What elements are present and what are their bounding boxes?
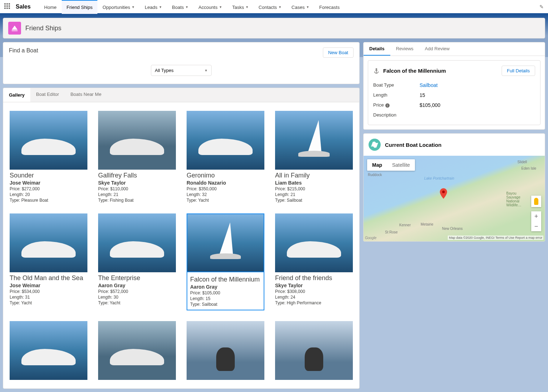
nav-tab-cases[interactable]: Cases▼ <box>286 0 314 14</box>
boat-length: Length: 20 <box>10 192 87 197</box>
nav-tab-home[interactable]: Home <box>39 0 62 14</box>
boat-price: Price: $110,000 <box>98 186 176 191</box>
map-attribution: Map data ©2020 Google, INEGI Terms of Us… <box>448 236 543 240</box>
map-type-satellite[interactable]: Satellite <box>387 159 415 171</box>
page-title: Friend Ships <box>25 25 61 32</box>
new-boat-button[interactable]: New Boat <box>323 47 354 58</box>
field-label-description: Description <box>373 112 420 118</box>
boat-image <box>98 111 176 170</box>
nav-tab-contacts[interactable]: Contacts▼ <box>254 0 286 14</box>
chevron-down-icon: ▼ <box>204 69 208 72</box>
boat-tile[interactable] <box>275 321 353 380</box>
nav-tab-tasks[interactable]: Tasks▼ <box>227 0 254 14</box>
boat-tile[interactable]: Gallifrey FallsSkye TaylorPrice: $110,00… <box>98 111 176 203</box>
edit-nav-icon[interactable]: ✎ <box>539 4 544 10</box>
boat-image <box>187 213 264 272</box>
boat-type: Type: Fishing Boat <box>98 198 176 203</box>
right-tab-reviews[interactable]: Reviews <box>390 42 419 56</box>
boat-image <box>187 321 264 380</box>
boat-image <box>275 111 353 170</box>
zoom-out-button[interactable]: − <box>531 221 541 231</box>
boat-type: Type: Yacht <box>187 198 264 203</box>
boat-tile[interactable] <box>10 321 87 380</box>
map-label: Eden Isle <box>521 166 536 170</box>
anchor-icon <box>373 68 380 74</box>
boat-tile[interactable]: Friend of the friendsSkye TaylorPrice: $… <box>275 213 353 310</box>
boat-type: Type: Yacht <box>98 300 176 305</box>
map-canvas[interactable]: Map Satellite Slidell Eden Isle Lake Pon… <box>364 156 545 241</box>
field-value-length: 15 <box>420 92 425 98</box>
map-label: St Rose <box>385 230 398 234</box>
boat-detail-card: Falcon of the Millennium Full Details Bo… <box>368 60 541 125</box>
nav-tab-friend-ships[interactable]: Friend Ships <box>62 0 98 14</box>
left-tab-bar: GalleryBoat EditorBoats Near Me <box>3 88 360 102</box>
boat-price: Price: $350,000 <box>187 186 264 191</box>
info-icon[interactable]: i <box>385 103 390 108</box>
boat-tile[interactable]: SounderJose WeimarPrice: $272,000Length:… <box>10 111 87 203</box>
field-value-boat-type[interactable]: Sailboat <box>420 82 438 88</box>
boat-price: Price: $272,000 <box>10 186 87 191</box>
chevron-down-icon: ▼ <box>245 5 249 9</box>
gallery-panel: SounderJose WeimarPrice: $272,000Length:… <box>3 102 360 389</box>
boat-name: Falcon of the Millennium <box>190 276 261 283</box>
map-type-map[interactable]: Map <box>367 159 387 171</box>
boat-image <box>275 213 353 272</box>
boat-name: Geronimo <box>187 172 264 179</box>
chevron-down-icon: ▼ <box>132 5 135 9</box>
boat-type-filter[interactable]: All Types ▼ <box>151 65 212 76</box>
chevron-down-icon: ▼ <box>159 5 162 9</box>
map-zoom-controls: + − <box>531 211 541 231</box>
nav-tab-opportunities[interactable]: Opportunities▼ <box>97 0 139 14</box>
streetview-pegman[interactable] <box>531 196 541 207</box>
tab-boat-editor[interactable]: Boat Editor <box>30 88 65 102</box>
boat-owner: Skye Taylor <box>275 283 353 288</box>
chevron-down-icon: ▼ <box>278 5 281 9</box>
tab-gallery[interactable]: Gallery <box>3 88 30 102</box>
right-tab-details[interactable]: Details <box>364 42 390 56</box>
zoom-in-button[interactable]: + <box>531 211 541 221</box>
boat-tile[interactable]: Falcon of the MillenniumAaron GrayPrice:… <box>187 213 264 310</box>
boat-tile[interactable]: The Old Man and the SeaJose WeimarPrice:… <box>10 213 87 310</box>
boat-length: Length: 24 <box>275 295 353 300</box>
boat-image <box>275 321 353 380</box>
right-tab-add-review[interactable]: Add Review <box>419 42 455 56</box>
map-card: Current Boat Location Map Satellite Slid… <box>363 133 545 242</box>
map-type-switch: Map Satellite <box>367 159 415 171</box>
boat-tile[interactable] <box>98 321 176 380</box>
map-label: Lake Pontchartrain <box>424 176 454 180</box>
boat-length: Length: 32 <box>187 192 264 197</box>
chevron-down-icon: ▼ <box>219 5 222 9</box>
nav-tab-accounts[interactable]: Accounts▼ <box>193 0 227 14</box>
app-name: Sales <box>16 4 31 10</box>
boat-length: Length: 21 <box>98 192 176 197</box>
nav-tab-boats[interactable]: Boats▼ <box>167 0 193 14</box>
field-label-boat-type: Boat Type <box>373 82 420 88</box>
chevron-down-icon: ▼ <box>306 5 309 9</box>
nav-tab-leads[interactable]: Leads▼ <box>140 0 167 14</box>
field-value-price: $105,000 <box>420 102 440 108</box>
boat-tile[interactable]: GeronimoRonaldo NazarioPrice: $350,000Le… <box>187 111 264 203</box>
boat-image <box>187 111 264 170</box>
boat-tile[interactable]: All in FamilyLiam BatesPrice: $215,000Le… <box>275 111 353 203</box>
boat-tile[interactable] <box>187 321 264 380</box>
app-launcher-icon[interactable] <box>4 3 11 10</box>
boat-length: Length: 30 <box>98 295 176 300</box>
boat-owner: Skye Taylor <box>98 180 176 186</box>
right-tab-bar: DetailsReviewsAdd Review <box>364 42 545 56</box>
right-column: DetailsReviewsAdd Review Falcon of the M… <box>363 42 545 242</box>
svg-point-0 <box>376 68 377 69</box>
map-label: Metairie <box>421 222 433 226</box>
map-label: Bayou Sauvage National Wildlife… <box>506 191 531 207</box>
boat-name: Gallifrey Falls <box>98 172 176 179</box>
boat-tile[interactable]: The EnterpriseAaron GrayPrice: $572,000L… <box>98 213 176 310</box>
tab-boats-near-me[interactable]: Boats Near Me <box>65 88 107 102</box>
boat-name: The Old Man and the Sea <box>10 274 87 282</box>
boat-name: Sounder <box>10 172 87 179</box>
full-details-button[interactable]: Full Details <box>502 66 535 76</box>
boat-image <box>10 213 87 272</box>
detail-title: Falcon of the Millennium <box>383 68 446 74</box>
field-label-length: Length <box>373 92 420 98</box>
find-boat-title: Find a Boat <box>9 47 38 54</box>
boat-type-filter-value: All Types <box>155 68 174 73</box>
nav-tab-forecasts[interactable]: Forecasts <box>314 0 345 14</box>
